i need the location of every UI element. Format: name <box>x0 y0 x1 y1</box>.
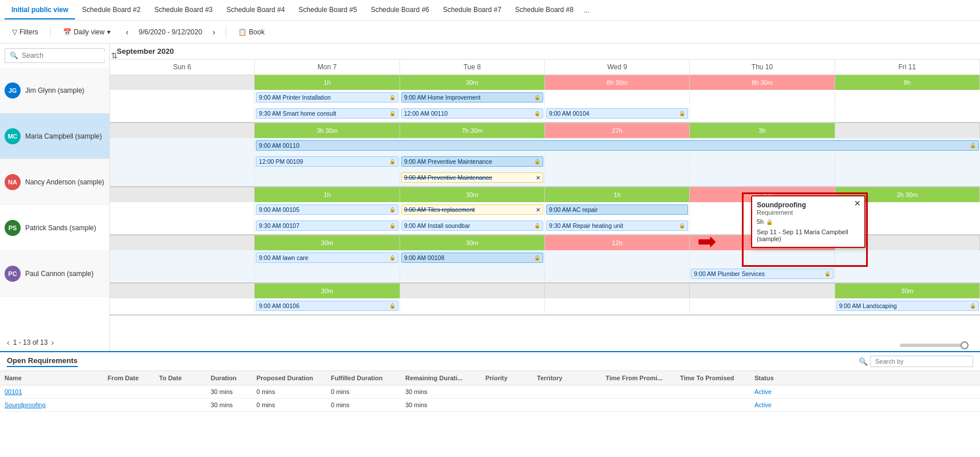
tab-schedule-6[interactable]: Schedule Board #6 <box>364 1 436 19</box>
event-pc-00106[interactable]: 9:00 AM 00106 🔒 <box>256 301 398 311</box>
event-text: 9:00 AM 00105 <box>259 206 299 213</box>
summary-pc-0 <box>110 283 255 298</box>
prev-page-button[interactable]: ‹ <box>7 338 10 347</box>
event-jg-00104[interactable]: 9:00 AM 00104 🔒 <box>546 108 688 119</box>
summary-mc-4: 3h <box>690 123 835 138</box>
event-cell-ps-5 <box>835 251 980 265</box>
th-name: Name <box>0 373 103 383</box>
next-page-button[interactable]: › <box>51 338 54 347</box>
td-proposed-00101: 0 mins <box>252 387 326 396</box>
event-na-00107[interactable]: 9:30 AM 00107 🔒 <box>256 220 398 231</box>
resource-patrick-sands[interactable]: PS Patrick Sands (sample) <box>0 205 109 251</box>
filters-button[interactable]: ▽ Filters <box>7 25 44 39</box>
resource-nancy-anderson[interactable]: NA Nancy Anderson (sample) <box>0 159 109 205</box>
event-ps-00108[interactable]: 9:00 AM 00108 🔒 <box>401 253 543 263</box>
event-cell-ps-r2-0 <box>110 267 255 281</box>
avatar-paul-cannon: PC <box>5 266 21 282</box>
toolbar: ▽ Filters 📅 Daily view ▾ ‹ 9/6/2020 - 9/… <box>0 21 980 44</box>
summary-na-1: 1h <box>255 187 400 202</box>
tab-schedule-7[interactable]: Schedule Board #7 <box>436 1 508 19</box>
event-jg-00110[interactable]: 12:00 AM 00110 🔒 <box>401 108 543 119</box>
tooltip-close-button[interactable]: ✕ <box>854 199 861 208</box>
event-jg-printer[interactable]: 9:00 AM Printer Installation 🔒 <box>256 92 398 103</box>
close-icon[interactable]: ✕ <box>536 207 540 213</box>
resource-paul-cannon[interactable]: PC Paul Cannon (sample) <box>0 251 109 297</box>
band-maria-campbell: 3h 30m 7h 30m 27h 3h 9:00 AM 00110 🔒 <box>110 123 980 187</box>
slider-thumb[interactable] <box>961 341 969 349</box>
table-header: Name From Date To Date Duration Proposed… <box>0 371 980 385</box>
avatar-nancy-anderson: NA <box>5 174 21 190</box>
events-mc-row3: 9:00 AM Preventive Maintenance ✕ <box>110 170 980 186</box>
event-cell-mc-r3-3 <box>545 171 690 185</box>
tooltip-detail: 5h <box>757 218 764 225</box>
bottom-panel: Open Requirements 🔍 Name From Date To Da… <box>0 351 980 457</box>
event-mc-00110-span[interactable]: 9:00 AM 00110 🔒 <box>256 140 979 151</box>
bottom-scroll[interactable]: 00101 30 mins 0 mins 0 mins 30 mins Acti… <box>0 385 980 443</box>
event-text: 9:00 AM 00106 <box>259 302 299 309</box>
event-pc-landscaping[interactable]: 9:00 AM Landscaping 🔒 <box>836 301 979 311</box>
event-cell-mc-r2-5 <box>835 155 980 169</box>
search-box[interactable]: 🔍 ⇅ <box>5 48 105 63</box>
th-priority: Priority <box>481 373 532 383</box>
next-date-button[interactable]: › <box>209 25 219 39</box>
event-na-repair-heating[interactable]: 9:30 AM Repair heating unit 🔒 <box>546 220 688 231</box>
lock-icon: 🔒 <box>534 94 540 100</box>
event-ps-lawn-care[interactable]: 9:00 AM lawn care 🔒 <box>256 253 398 263</box>
event-cell-mc-r2-1: 12:00 PM 00109 🔒 <box>255 155 400 169</box>
event-text: 9:00 AM Preventive Maintenance <box>404 174 492 181</box>
month-header: September 2020 <box>110 44 980 60</box>
event-cell-na-1: 9:00 AM 00105 🔒 <box>255 203 400 217</box>
td-name-00101[interactable]: 00101 <box>0 387 103 396</box>
event-jg-home-improvement[interactable]: 9:00 AM Home Improvement 🔒 <box>401 92 543 103</box>
event-cell-jg-0 <box>110 91 255 105</box>
tab-schedule-8[interactable]: Schedule Board #8 <box>508 1 580 19</box>
summary-jg-4: 8h 30m <box>690 75 835 90</box>
events-mc-row2: 12:00 PM 00109 🔒 9:00 AM Preventive Main… <box>110 154 980 170</box>
search-by-input[interactable] <box>870 356 973 367</box>
tabs-more-button[interactable]: ... <box>580 2 593 19</box>
event-na-tiles[interactable]: 9:00 AM Tiles replacement ✕ <box>401 204 543 215</box>
td-time-from-00101 <box>601 387 675 396</box>
event-cell-jg-r2-1: 9:30 AM Smart home consult 🔒 <box>255 107 400 121</box>
event-text: 9:00 AM lawn care <box>259 254 308 261</box>
event-jg-smart-home[interactable]: 9:30 AM Smart home consult 🔒 <box>256 108 398 119</box>
tab-initial-public-view[interactable]: Initial public view <box>5 1 75 19</box>
band-jim-glynn: 1h 30m 8h 30m 8h 30m 8h 9:00 AM Printer … <box>110 75 980 123</box>
resource-name-paul-cannon: Paul Cannon (sample) <box>25 270 93 278</box>
event-mc-preventive-x[interactable]: 9:00 AM Preventive Maintenance ✕ <box>401 172 543 183</box>
summary-jg-2: 30m <box>400 75 545 90</box>
summary-ps-3: 12h <box>545 235 690 250</box>
resource-jim-glynn[interactable]: JG Jim Glynn (sample) <box>0 68 109 113</box>
td-name-soundproofing[interactable]: Soundproofing <box>0 400 103 409</box>
event-ps-plumber[interactable]: 9:00 AM Plumber Services 🔒 <box>691 269 833 279</box>
filters-label: Filters <box>19 28 38 36</box>
tab-schedule-3[interactable]: Schedule Board #3 <box>147 1 219 19</box>
events-jg-row2: 9:30 AM Smart home consult 🔒 12:00 AM 00… <box>110 106 980 122</box>
event-cell-ps-r2-1 <box>255 267 400 281</box>
td-time-from-soundproofing <box>601 400 675 409</box>
td-duration-soundproofing: 30 mins <box>206 400 252 409</box>
search-icon: 🔍 <box>10 52 18 60</box>
event-na-00105[interactable]: 9:00 AM 00105 🔒 <box>256 204 398 215</box>
event-na-soundbar[interactable]: 9:00 AM Install soundbar 🔒 <box>401 220 543 231</box>
prev-date-button[interactable]: ‹ <box>122 25 132 39</box>
resource-maria-campbell[interactable]: MC Maria Campbell (sample) <box>0 113 109 159</box>
event-na-ac-repair[interactable]: 9:00 AM AC repair <box>546 204 688 215</box>
book-button[interactable]: 📋 Book <box>233 25 270 39</box>
event-cell-ps-0 <box>110 251 255 265</box>
daily-view-button[interactable]: 📅 Daily view ▾ <box>58 25 116 39</box>
event-cell-mc-r3-1 <box>255 171 400 185</box>
event-cell-jg-5 <box>835 91 980 105</box>
lock-icon: 🔒 <box>534 159 540 164</box>
summary-na-3: 1h <box>545 187 690 202</box>
day-wed9: Wed 9 <box>545 60 690 74</box>
pagination: ‹ 1 - 13 of 13 › <box>7 338 54 347</box>
tab-schedule-2[interactable]: Schedule Board #2 <box>75 1 147 19</box>
search-input[interactable] <box>22 52 108 60</box>
tab-schedule-4[interactable]: Schedule Board #4 <box>220 1 292 19</box>
close-icon[interactable]: ✕ <box>536 175 540 181</box>
event-mc-preventive[interactable]: 9:00 AM Preventive Maintenance 🔒 <box>401 156 543 167</box>
days-header: Sun 6 Mon 7 Tue 8 Wed 9 Thu 10 Fri 11 <box>110 60 980 75</box>
tab-schedule-5[interactable]: Schedule Board #5 <box>292 1 364 19</box>
event-mc-00109[interactable]: 12:00 PM 00109 🔒 <box>256 156 398 167</box>
